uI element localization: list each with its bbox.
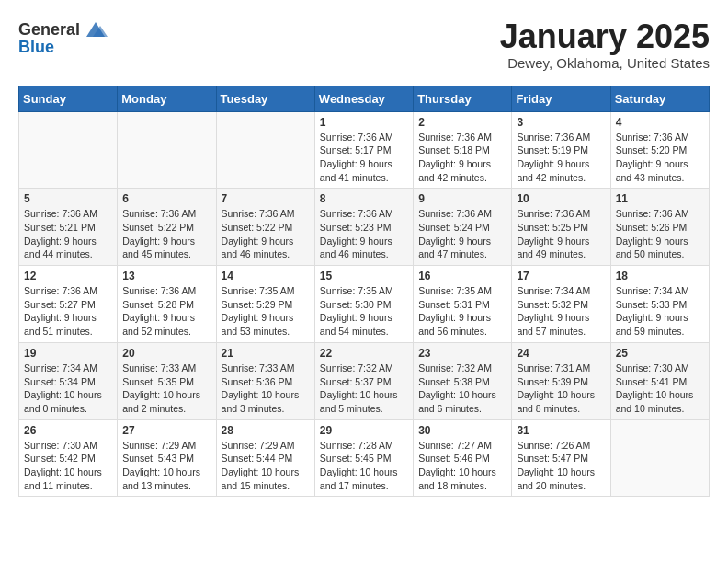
- day-info: Sunrise: 7:36 AMSunset: 5:25 PMDaylight:…: [517, 208, 590, 259]
- header-friday: Friday: [512, 86, 610, 111]
- table-row: 22Sunrise: 7:32 AMSunset: 5:37 PMDayligh…: [314, 342, 413, 419]
- day-info: Sunrise: 7:36 AMSunset: 5:20 PMDaylight:…: [616, 132, 689, 183]
- day-number: 4: [616, 116, 704, 129]
- day-info: Sunrise: 7:31 AMSunset: 5:39 PMDaylight:…: [517, 362, 595, 414]
- day-info: Sunrise: 7:34 AMSunset: 5:34 PMDaylight:…: [24, 362, 102, 414]
- table-row: 26Sunrise: 7:30 AMSunset: 5:42 PMDayligh…: [19, 419, 118, 497]
- day-info: Sunrise: 7:36 AMSunset: 5:27 PMDaylight:…: [24, 285, 97, 337]
- day-info: Sunrise: 7:34 AMSunset: 5:33 PMDaylight:…: [616, 285, 689, 337]
- day-info: Sunrise: 7:35 AMSunset: 5:30 PMDaylight:…: [320, 285, 393, 337]
- day-info: Sunrise: 7:35 AMSunset: 5:29 PMDaylight:…: [222, 285, 295, 337]
- day-number: 1: [320, 116, 408, 129]
- header-thursday: Thursday: [414, 86, 512, 111]
- calendar-week-row: 5Sunrise: 7:36 AMSunset: 5:21 PMDaylight…: [19, 189, 710, 266]
- day-info: Sunrise: 7:36 AMSunset: 5:24 PMDaylight:…: [418, 208, 492, 259]
- calendar-week-row: 12Sunrise: 7:36 AMSunset: 5:27 PMDayligh…: [19, 266, 710, 343]
- day-number: 15: [320, 270, 408, 282]
- day-info: Sunrise: 7:33 AMSunset: 5:36 PMDaylight:…: [222, 362, 300, 414]
- table-row: 15Sunrise: 7:35 AMSunset: 5:30 PMDayligh…: [314, 266, 413, 343]
- day-number: 8: [320, 192, 408, 205]
- logo-blue: Blue: [18, 39, 54, 55]
- day-number: 27: [122, 424, 210, 437]
- day-number: 26: [24, 424, 112, 437]
- table-row: 4Sunrise: 7:36 AMSunset: 5:20 PMDaylight…: [610, 111, 709, 189]
- day-info: Sunrise: 7:30 AMSunset: 5:41 PMDaylight:…: [616, 362, 694, 414]
- table-row: 21Sunrise: 7:33 AMSunset: 5:36 PMDayligh…: [216, 342, 314, 419]
- day-number: 11: [616, 192, 704, 205]
- header-monday: Monday: [118, 86, 216, 111]
- day-info: Sunrise: 7:35 AMSunset: 5:31 PMDaylight:…: [418, 285, 492, 337]
- table-row: 29Sunrise: 7:28 AMSunset: 5:45 PMDayligh…: [314, 419, 413, 497]
- table-row: 9Sunrise: 7:36 AMSunset: 5:24 PMDaylight…: [414, 189, 512, 266]
- day-number: 31: [517, 424, 605, 437]
- table-row: 28Sunrise: 7:29 AMSunset: 5:44 PMDayligh…: [216, 419, 314, 497]
- table-row: 8Sunrise: 7:36 AMSunset: 5:23 PMDaylight…: [314, 189, 413, 266]
- location-title: Dewey, Oklahoma, United States: [500, 55, 710, 71]
- day-info: Sunrise: 7:36 AMSunset: 5:18 PMDaylight:…: [418, 132, 492, 183]
- table-row: 12Sunrise: 7:36 AMSunset: 5:27 PMDayligh…: [19, 266, 118, 343]
- day-info: Sunrise: 7:33 AMSunset: 5:35 PMDaylight:…: [122, 362, 200, 414]
- day-info: Sunrise: 7:34 AMSunset: 5:32 PMDaylight:…: [517, 285, 590, 337]
- table-row: 19Sunrise: 7:34 AMSunset: 5:34 PMDayligh…: [19, 342, 118, 419]
- day-number: 22: [320, 347, 408, 360]
- table-row: 31Sunrise: 7:26 AMSunset: 5:47 PMDayligh…: [512, 419, 610, 497]
- day-number: 12: [24, 270, 112, 282]
- day-number: 20: [122, 347, 210, 360]
- table-row: 11Sunrise: 7:36 AMSunset: 5:26 PMDayligh…: [610, 189, 709, 266]
- table-row: 27Sunrise: 7:29 AMSunset: 5:43 PMDayligh…: [118, 419, 216, 497]
- day-info: Sunrise: 7:36 AMSunset: 5:22 PMDaylight:…: [222, 208, 295, 259]
- day-number: 24: [517, 347, 605, 360]
- day-info: Sunrise: 7:36 AMSunset: 5:26 PMDaylight:…: [616, 208, 689, 259]
- day-info: Sunrise: 7:29 AMSunset: 5:43 PMDaylight:…: [122, 440, 200, 491]
- day-info: Sunrise: 7:30 AMSunset: 5:42 PMDaylight:…: [24, 440, 102, 491]
- table-row: 3Sunrise: 7:36 AMSunset: 5:19 PMDaylight…: [512, 111, 610, 189]
- day-number: 16: [418, 270, 506, 282]
- day-number: 3: [517, 116, 605, 129]
- title-block: January 2025 Dewey, Oklahoma, United Sta…: [500, 18, 710, 71]
- header-sunday: Sunday: [19, 86, 118, 111]
- table-row: 17Sunrise: 7:34 AMSunset: 5:32 PMDayligh…: [512, 266, 610, 343]
- table-row: [118, 111, 216, 189]
- day-number: 30: [418, 424, 506, 437]
- calendar-table: Sunday Monday Tuesday Wednesday Thursday…: [18, 86, 710, 498]
- table-row: 20Sunrise: 7:33 AMSunset: 5:35 PMDayligh…: [118, 342, 216, 419]
- day-number: 25: [616, 347, 704, 360]
- table-row: 16Sunrise: 7:35 AMSunset: 5:31 PMDayligh…: [414, 266, 512, 343]
- table-row: 30Sunrise: 7:27 AMSunset: 5:46 PMDayligh…: [414, 419, 512, 497]
- day-number: 23: [418, 347, 506, 360]
- day-number: 18: [616, 270, 704, 282]
- month-title: January 2025: [500, 18, 710, 55]
- day-info: Sunrise: 7:29 AMSunset: 5:44 PMDaylight:…: [222, 440, 300, 491]
- calendar-week-row: 1Sunrise: 7:36 AMSunset: 5:17 PMDaylight…: [19, 111, 710, 189]
- table-row: [216, 111, 314, 189]
- day-info: Sunrise: 7:36 AMSunset: 5:17 PMDaylight:…: [320, 132, 393, 183]
- logo-icon: [82, 18, 109, 40]
- table-row: 14Sunrise: 7:35 AMSunset: 5:29 PMDayligh…: [216, 266, 314, 343]
- calendar-week-row: 19Sunrise: 7:34 AMSunset: 5:34 PMDayligh…: [19, 342, 710, 419]
- day-number: 19: [24, 347, 112, 360]
- day-info: Sunrise: 7:32 AMSunset: 5:37 PMDaylight:…: [320, 362, 398, 414]
- day-info: Sunrise: 7:36 AMSunset: 5:19 PMDaylight:…: [517, 132, 590, 183]
- table-row: 6Sunrise: 7:36 AMSunset: 5:22 PMDaylight…: [118, 189, 216, 266]
- logo-general: General: [18, 21, 80, 38]
- day-info: Sunrise: 7:32 AMSunset: 5:38 PMDaylight:…: [418, 362, 496, 414]
- day-number: 17: [517, 270, 605, 282]
- table-row: 10Sunrise: 7:36 AMSunset: 5:25 PMDayligh…: [512, 189, 610, 266]
- table-row: 24Sunrise: 7:31 AMSunset: 5:39 PMDayligh…: [512, 342, 610, 419]
- day-number: 14: [222, 270, 310, 282]
- weekday-header-row: Sunday Monday Tuesday Wednesday Thursday…: [19, 86, 710, 111]
- table-row: 1Sunrise: 7:36 AMSunset: 5:17 PMDaylight…: [314, 111, 413, 189]
- day-info: Sunrise: 7:26 AMSunset: 5:47 PMDaylight:…: [517, 440, 595, 491]
- table-row: [19, 111, 118, 189]
- day-number: 29: [320, 424, 408, 437]
- day-info: Sunrise: 7:36 AMSunset: 5:21 PMDaylight:…: [24, 208, 97, 259]
- table-row: [610, 419, 709, 497]
- table-row: 23Sunrise: 7:32 AMSunset: 5:38 PMDayligh…: [414, 342, 512, 419]
- day-number: 13: [122, 270, 210, 282]
- day-number: 28: [222, 424, 310, 437]
- calendar-week-row: 26Sunrise: 7:30 AMSunset: 5:42 PMDayligh…: [19, 419, 710, 497]
- day-number: 9: [418, 192, 506, 205]
- day-info: Sunrise: 7:36 AMSunset: 5:22 PMDaylight:…: [122, 208, 196, 259]
- header-tuesday: Tuesday: [216, 86, 314, 111]
- header-saturday: Saturday: [610, 86, 709, 111]
